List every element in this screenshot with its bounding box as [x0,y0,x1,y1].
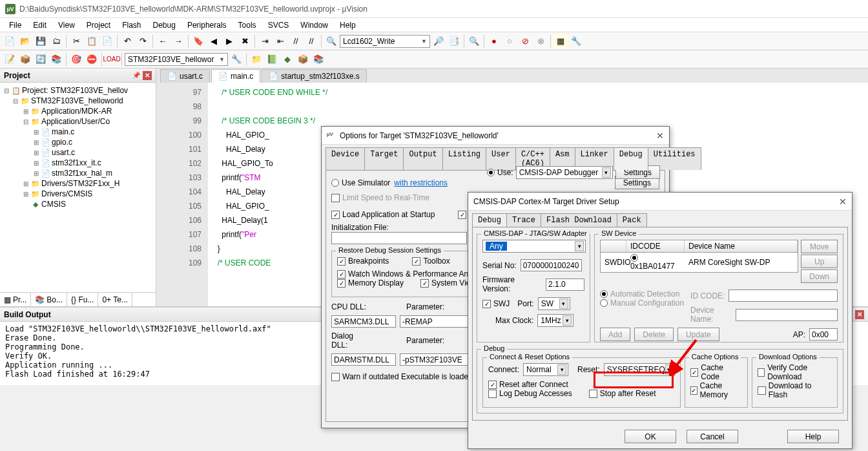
project-tree[interactable]: ⊟📋Project: STM32F103VE_hellov ⊟📁STM32F10… [0,83,156,292]
tab-device[interactable]: Device [326,147,365,170]
breakpoint-kill-icon[interactable]: ⊘ [518,34,532,48]
bookmark-icon[interactable]: 🔖 [191,34,205,48]
manage-project-icon[interactable]: 📁 [249,52,264,67]
ap-input[interactable] [809,328,838,341]
open-icon[interactable]: 📂 [18,34,32,48]
restrictions-link[interactable]: with restrictions [394,178,448,187]
outdent-icon[interactable]: ⇤ [273,34,287,48]
rebuild-icon[interactable]: 🔄 [34,52,48,67]
bookmark-prev-icon[interactable]: ◀ [207,34,221,48]
target-combo[interactable]: STM32F103VE_hellowor▼ [125,53,228,66]
tab-debug[interactable]: Debug [614,147,648,170]
pin-icon[interactable]: 📌 [132,72,140,79]
find-combo[interactable]: Lcd1602_Write▼ [340,35,430,48]
menu-peripherals[interactable]: Peripherals [182,19,232,31]
debug-icon[interactable]: 🔍 [467,34,481,48]
menu-tools[interactable]: Tools [233,19,262,31]
close-icon[interactable]: ✕ [656,131,664,141]
undo-icon[interactable]: ↶ [120,34,134,48]
tab-books[interactable]: 📚Bo... [31,293,67,306]
menu-help[interactable]: Help [335,19,361,31]
use-simulator-radio[interactable]: Use Simulator [331,178,390,187]
tab-usart[interactable]: 📄usart.c [160,69,210,83]
tab-flash-download[interactable]: Flash Download [541,213,617,227]
batch-icon[interactable]: 📚 [49,52,63,67]
manage-rte-icon[interactable]: ◆ [280,52,294,67]
sysview-check[interactable]: ✓System Vie [420,278,470,288]
tab-output[interactable]: Output [403,147,442,170]
tab-templates[interactable]: 0+ Te... [98,293,132,306]
debugger-select[interactable]: CMSIS-DAP Debugger▾ [516,166,613,179]
code-body[interactable]: /* USER CODE END WHILE */ /* USER CODE B… [208,83,333,306]
tab-functions[interactable]: {} Fu... [67,293,98,306]
find-next-icon[interactable]: 🔎 [431,34,446,48]
connect-select[interactable]: Normal▾ [523,363,568,376]
tab-debug[interactable]: Debug [472,213,507,227]
config-icon[interactable]: 🔧 [569,34,583,48]
bookmark-next-icon[interactable]: ▶ [222,34,236,48]
tab-pack[interactable]: Pack [617,213,647,227]
menu-file[interactable]: File [4,19,26,31]
comment-icon[interactable]: // [289,34,303,48]
download-flash-check[interactable]: Download to Flash [758,381,832,399]
menu-project[interactable]: Project [81,19,116,31]
adapter-select[interactable]: Any▾ [482,240,586,253]
tab-listing[interactable]: Listing [442,147,486,170]
bookmark-clear-icon[interactable]: ✖ [238,34,252,48]
tab-main[interactable]: 📄main.c [211,69,260,83]
close-icon[interactable]: ✕ [839,196,847,207]
indent-icon[interactable]: ⇥ [258,34,272,48]
menu-flash[interactable]: Flash [117,19,146,31]
redo-icon[interactable]: ↷ [136,34,150,48]
port-select[interactable]: SW▾ [538,297,570,310]
nav-back-icon[interactable]: ← [156,34,170,48]
menu-view[interactable]: View [53,19,80,31]
panel-close-icon[interactable]: ✕ [855,310,864,319]
find-icon[interactable]: 🔍 [324,34,338,48]
tab-target[interactable]: Target [364,147,404,170]
cut-icon[interactable]: ✂ [69,34,83,48]
swj-check[interactable]: ✓SWJ [482,299,510,308]
breakpoints-check[interactable]: ✓Breakpoints [337,257,389,266]
cancel-button[interactable]: Cancel [687,430,738,443]
paste-icon[interactable]: 📄 [100,34,114,48]
load-app-check[interactable]: ✓Load Application at Startup [331,210,435,219]
uncomment-icon[interactable]: // [304,34,318,48]
copy-icon[interactable]: 📋 [85,34,99,48]
serial-input[interactable] [521,259,582,271]
toolbox-check[interactable]: ✓Toolbox [412,257,450,266]
log-debug-check[interactable]: Log Debug Accesses [488,389,572,398]
ok-button[interactable]: OK [625,430,676,443]
dialog-dll-input[interactable] [331,353,396,366]
pack-installer-icon[interactable]: 📦 [296,52,310,67]
menu-debug[interactable]: Debug [148,19,181,31]
save-icon[interactable]: 💾 [34,34,48,48]
books-icon[interactable]: 📚 [311,52,326,67]
cache-mem-check[interactable]: ✓Cache Memory [690,381,742,399]
tab-project[interactable]: ▦Pr... [0,293,31,306]
new-icon[interactable]: 📄 [3,34,17,48]
window-layout-icon[interactable]: ▦ [553,34,568,48]
clock-select[interactable]: 1MHz▾ [537,314,574,327]
help-button[interactable]: Help [787,430,839,443]
breakpoint-insert-icon[interactable]: ● [487,34,501,48]
select-packs-icon[interactable]: 📗 [265,52,279,67]
menu-edit[interactable]: Edit [28,19,52,31]
panel-close-icon[interactable]: ✕ [143,71,152,80]
stop-build-icon[interactable]: ⛔ [85,52,99,67]
auto-detect-radio[interactable]: Automatic Detection [600,289,684,299]
cache-code-check[interactable]: ✓Cache Code [690,363,742,381]
cpu-dll-input[interactable] [331,315,396,328]
verify-check[interactable]: Verify Code Download [758,363,832,381]
nav-fwd-icon[interactable]: → [171,34,185,48]
manual-conf-radio[interactable]: Manual Configuration [600,299,684,308]
target-options-icon[interactable]: 🔧 [229,52,243,67]
stop-after-check[interactable]: Stop after Reset [589,389,656,398]
cpu-param-input[interactable] [400,315,471,328]
swdevice-table-row[interactable]: SWDIO 0x1BA01477 ARM CoreSight SW-DP [600,253,798,273]
breakpoint-disable-icon[interactable]: ○ [502,34,517,48]
use-debugger-radio[interactable]: Use: [487,168,513,177]
tab-trace[interactable]: Trace [506,213,541,227]
build-icon[interactable]: 📦 [18,52,32,67]
build-target-icon[interactable]: 🎯 [69,52,83,67]
